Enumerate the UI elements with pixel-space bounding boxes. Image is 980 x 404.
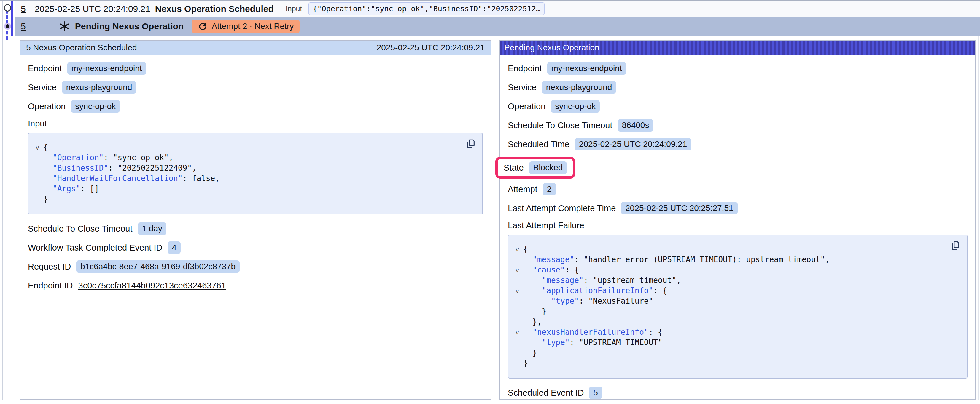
json-gutter [511,317,523,327]
failure-json-block: v{ "message": "handler error (UPSTREAM_T… [508,234,967,379]
field-value-scheduled-event-id: 5 [589,387,602,399]
input-section-label: Input [28,119,483,128]
json-gutter [32,163,43,173]
json-text: "message": "handler error (UPSTREAM_TIME… [523,254,830,265]
attempt-retry-badge: Attempt 2 · Next Retry [192,19,299,33]
field-label: Request ID [28,262,71,272]
json-text: } [523,306,546,317]
field-value-service: nexus-playground [542,81,616,93]
collapse-chevron-icon[interactable]: v [511,285,523,296]
bottom-border [2,399,975,401]
timeline-current-node-icon [4,23,11,30]
field-row-request-id: Request IDb1c6a4bc-8ee7-468a-9169-df3b02… [28,260,483,273]
field-value-attempt: 2 [543,183,556,195]
copy-icon[interactable] [950,240,961,251]
timeline-rail-line [2,1,3,400]
asterisk-icon [59,21,70,32]
event-row-nexus-operation-scheduled[interactable]: 5 2025-02-25 UTC 20:24:09.21 Nexus Opera… [15,1,980,17]
json-text: "cause": { [523,265,579,275]
json-line: v{ [511,244,946,254]
field-value-last-attempt-complete-time: 2025-02-25 UTC 20:25:27.51 [621,202,737,214]
event-id-link[interactable]: 5 [21,4,26,14]
field-value-schedule-to-close-timeout: 86400s [618,119,654,131]
timeline-selected-indicator [11,1,13,36]
field-label: Operation [508,101,546,111]
json-line: v "applicationFailureInfo": { [511,285,946,296]
attempt-badge-label: Attempt 2 · Next Retry [212,22,294,31]
field-label: Endpoint [508,64,542,73]
field-value-endpoint-id[interactable]: 3c0c75ccfa8144b092c13ce632463761 [78,281,226,291]
field-value-service: nexus-playground [62,81,137,93]
field-row-schedule-to-close-timeout: Schedule To Close Timeout86400s [508,119,967,132]
field-row-last-attempt-complete-time: Last Attempt Complete Time2025-02-25 UTC… [508,202,967,215]
json-text: "applicationFailureInfo": { [523,285,667,296]
event-detail-panel-pending: Pending Nexus Operation Endpointmy-nexus… [500,40,976,400]
panel-timestamp: 2025-02-25 UTC 20:24:09.21 [377,43,485,52]
field-row-endpoint-id: Endpoint ID3c0c75ccfa8144b092c13ce632463… [28,279,483,292]
field-label: Service [508,82,536,92]
json-text: "message": "upstream timeout", [523,275,681,285]
field-label: Schedule To Close Timeout [28,224,133,234]
collapse-chevron-icon[interactable]: v [511,244,523,254]
field-label: Operation [28,101,65,111]
json-gutter [511,254,523,265]
highlight-box-state: StateBlocked [495,157,575,179]
json-gutter [511,306,523,317]
json-gutter [32,173,43,184]
field-row-operation: Operationsync-op-ok [508,100,967,113]
json-text: "HandlerWaitForCancellation": false, [43,173,220,184]
event-title: Pending Nexus Operation [75,21,184,32]
copy-icon[interactable] [466,138,476,149]
event-row-pending-nexus-operation[interactable]: 5 Pending Nexus Operation Attempt 2 · Ne… [15,17,980,36]
field-label: Endpoint [28,64,62,73]
field-value-schedule-to-close-timeout: 1 day [138,222,167,235]
field-row-workflow-task-completed-event-id: Workflow Task Completed Event ID4 [28,241,483,254]
json-text: "Operation": "sync-op-ok", [43,152,173,163]
retry-icon [198,22,207,31]
json-line: v "cause": { [511,265,946,275]
json-text: } [523,358,528,368]
json-line: "Args": [] [32,184,461,194]
event-id-link[interactable]: 5 [21,21,26,32]
json-line: } [511,358,946,368]
field-row-endpoint: Endpointmy-nexus-endpoint [508,62,967,75]
field-row-endpoint: Endpointmy-nexus-endpoint [28,62,483,75]
json-text: "type": "NexusFailure" [523,296,653,306]
field-value-operation: sync-op-ok [71,100,120,112]
field-row-service: Servicenexus-playground [28,81,483,94]
failure-section-label: Last Attempt Failure [508,221,967,230]
json-line: } [511,306,946,317]
event-detail-panel-scheduled: 5 Nexus Operation Scheduled 2025-02-25 U… [19,40,491,400]
timeline-open-node-icon [4,4,11,11]
json-gutter [511,348,523,358]
json-gutter [511,296,523,306]
input-label: Input [286,5,302,13]
json-line: } [32,194,461,204]
field-row-schedule-to-close-timeout: Schedule To Close Timeout1 day [28,222,483,235]
input-preview-chip[interactable]: {"Operation":"sync-op-ok","BusinessID":"… [309,2,544,15]
json-line: "HandlerWaitForCancellation": false, [32,173,461,184]
collapse-chevron-icon[interactable]: v [32,142,43,152]
json-text: { [43,142,48,152]
field-label: Scheduled Event ID [508,388,584,398]
field-label: Last Attempt Complete Time [508,203,616,213]
collapse-chevron-icon[interactable]: v [511,265,523,275]
json-line: "message": "upstream timeout", [511,275,946,285]
event-title: Nexus Operation Scheduled [155,4,274,14]
collapse-chevron-icon[interactable]: v [511,327,523,337]
panel-title: 5 Nexus Operation Scheduled [26,43,137,52]
field-row-scheduled-event-id: Scheduled Event ID5 [508,386,967,399]
right-border [978,17,979,401]
field-value-operation: sync-op-ok [551,100,600,112]
event-timestamp: 2025-02-25 UTC 20:24:09.21 [35,4,151,14]
json-line: "Operation": "sync-op-ok", [32,152,461,163]
json-line: "type": "NexusFailure" [511,296,946,306]
json-gutter [32,152,43,163]
input-json-block: v{ "Operation": "sync-op-ok", "BusinessI… [28,133,483,214]
field-row-state: StateBlocked [495,157,967,179]
field-value-endpoint: my-nexus-endpoint [547,62,626,74]
field-row-scheduled-time: Scheduled Time2025-02-25 UTC 20:24:09.21 [508,138,967,151]
field-row-attempt: Attempt2 [508,183,967,196]
field-value-workflow-task-completed-event-id: 4 [168,241,181,254]
json-text: "BusinessID": "20250225122409", [43,163,197,173]
